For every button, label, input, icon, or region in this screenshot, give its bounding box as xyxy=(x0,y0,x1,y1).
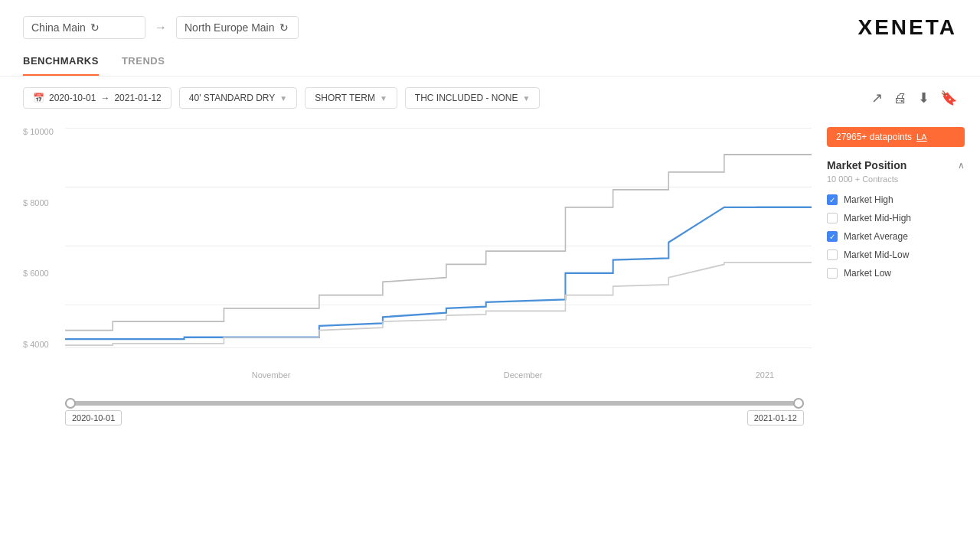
y-axis: $ 10000 $ 8000 $ 6000 $ 4000 xyxy=(23,127,65,349)
market-mid-high-checkbox[interactable] xyxy=(827,213,838,223)
container-chevron-icon: ▼ xyxy=(279,94,287,103)
term-label: SHORT TERM xyxy=(315,93,375,103)
logo: XENETA xyxy=(858,15,958,40)
tab-benchmarks[interactable]: BENCHMARKS xyxy=(23,47,99,76)
market-low-checkbox[interactable] xyxy=(827,268,838,279)
chart-svg-container xyxy=(65,119,812,357)
calendar-icon: 📅 xyxy=(33,93,44,103)
share-icon[interactable]: ↗ xyxy=(871,90,883,106)
market-mid-low-item: Market Mid-Low xyxy=(827,249,965,260)
date-end: 2021-01-12 xyxy=(114,93,161,103)
y-label-8000: $ 8000 xyxy=(23,198,65,207)
market-average-checkbox[interactable] xyxy=(827,231,838,242)
y-label-6000: $ 6000 xyxy=(23,269,65,278)
slider-date-start: 2020-10-01 xyxy=(65,410,122,425)
market-mid-low-checkbox[interactable] xyxy=(827,249,838,260)
market-low-item: Market Low xyxy=(827,268,965,279)
slider-track xyxy=(65,401,804,406)
datapoints-badge[interactable]: 27965+ datapoints LA xyxy=(827,127,965,147)
y-label-4000: $ 4000 xyxy=(23,340,65,349)
term-chevron-icon: ▼ xyxy=(380,94,387,103)
market-high-item: Market High xyxy=(827,194,965,205)
destination-input[interactable]: North Europe Main ↻ xyxy=(176,16,299,39)
market-low-label: Market Low xyxy=(844,268,891,279)
date-range-button[interactable]: 📅 2020-10-01 → 2021-01-12 xyxy=(23,87,172,109)
container-button[interactable]: 40' STANDARD DRY ▼ xyxy=(179,87,297,109)
main-area: $ 10000 $ 8000 $ 6000 $ 4000 xyxy=(0,119,980,395)
sidebar: 27965+ datapoints LA Market Position ∧ 1… xyxy=(812,119,965,395)
slider-fill xyxy=(65,401,804,406)
toolbar: 📅 2020-10-01 → 2021-01-12 40' STANDARD D… xyxy=(0,77,980,119)
thc-chevron-icon: ▼ xyxy=(523,94,531,103)
destination-refresh-icon[interactable]: ↻ xyxy=(279,21,289,34)
header-left: China Main ↻ → North Europe Main ↻ xyxy=(23,16,299,39)
market-mid-high-label: Market Mid-High xyxy=(844,213,911,223)
origin-input[interactable]: China Main ↻ xyxy=(23,16,145,39)
datapoints-link[interactable]: LA xyxy=(916,132,926,142)
origin-refresh-icon[interactable]: ↻ xyxy=(90,21,100,34)
header: China Main ↻ → North Europe Main ↻ XENET… xyxy=(0,0,980,47)
date-start: 2020-10-01 xyxy=(49,93,96,103)
chart-svg xyxy=(65,119,812,357)
range-slider: 2020-10-01 2021-01-12 xyxy=(0,401,980,425)
download-icon[interactable]: ⬇ xyxy=(918,90,929,106)
market-position-header: Market Position ∧ xyxy=(827,159,965,171)
thc-button[interactable]: THC INCLUDED - NONE ▼ xyxy=(405,87,541,109)
market-position-panel: Market Position ∧ 10 000 + Contracts Mar… xyxy=(827,159,965,279)
market-average-item: Market Average xyxy=(827,231,965,242)
term-button[interactable]: SHORT TERM ▼ xyxy=(305,87,397,109)
destination-label: North Europe Main xyxy=(185,21,275,34)
slider-date-end: 2021-01-12 xyxy=(747,410,804,425)
x-label-november: November xyxy=(252,370,291,380)
chart-container: $ 10000 $ 8000 $ 6000 $ 4000 xyxy=(23,119,812,395)
x-axis: November December 2021 xyxy=(65,370,812,380)
market-position-chevron-icon[interactable]: ∧ xyxy=(958,160,965,171)
slider-handle-right[interactable] xyxy=(793,398,804,409)
tabs: BENCHMARKS TRENDS xyxy=(0,47,980,77)
print-icon[interactable]: 🖨 xyxy=(893,90,907,106)
container-label: 40' STANDARD DRY xyxy=(189,93,276,103)
tab-trends[interactable]: TRENDS xyxy=(122,47,165,76)
market-position-subtitle: 10 000 + Contracts xyxy=(827,174,965,184)
market-mid-low-label: Market Mid-Low xyxy=(844,249,909,260)
market-average-label: Market Average xyxy=(844,231,908,242)
route-arrow-icon: → xyxy=(155,21,167,34)
y-label-10000: $ 10000 xyxy=(23,127,65,136)
market-high-label: Market High xyxy=(844,194,893,205)
x-label-december: December xyxy=(504,370,543,380)
date-arrow: → xyxy=(100,93,109,103)
bookmark-icon[interactable]: 🔖 xyxy=(940,90,957,106)
market-position-title: Market Position xyxy=(827,159,906,171)
thc-label: THC INCLUDED - NONE xyxy=(415,93,518,103)
datapoints-label: 27965+ datapoints xyxy=(836,132,912,142)
market-mid-high-item: Market Mid-High xyxy=(827,213,965,223)
market-high-checkbox[interactable] xyxy=(827,194,838,205)
x-label-2021: 2021 xyxy=(756,370,774,380)
slider-dates: 2020-10-01 2021-01-12 xyxy=(65,410,804,425)
toolbar-actions: ↗ 🖨 ⬇ 🔖 xyxy=(871,90,957,106)
slider-handle-left[interactable] xyxy=(65,398,76,409)
origin-label: China Main xyxy=(31,21,86,34)
